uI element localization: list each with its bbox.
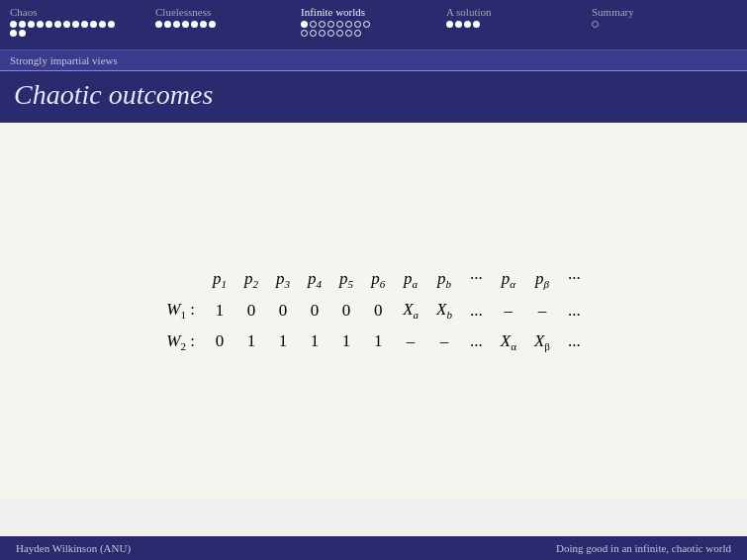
dot-outline bbox=[327, 21, 334, 28]
table-header-palpha: pα bbox=[497, 265, 520, 294]
table-cell-w2-alpha: Xα bbox=[497, 327, 520, 356]
nav-section-chaos[interactable]: Chaos bbox=[10, 6, 155, 37]
dot bbox=[473, 21, 480, 28]
dot bbox=[19, 30, 26, 37]
footer-left: Hayden Wilkinson (ANU) bbox=[16, 542, 131, 554]
chaos-dots bbox=[10, 21, 119, 37]
table-row-w1-label: W1 : bbox=[162, 296, 199, 325]
dot-outline bbox=[327, 30, 334, 37]
nav-section-a-solution[interactable]: A solution bbox=[446, 6, 592, 28]
table-cell-w2-p4: 1 bbox=[304, 327, 326, 356]
title-bar: Chaotic outcomes bbox=[0, 70, 747, 123]
table-header-p3: p3 bbox=[272, 265, 294, 294]
table-cell-w1-alpha: – bbox=[497, 296, 520, 325]
slide-title: Chaotic outcomes bbox=[14, 79, 213, 110]
dot bbox=[72, 21, 79, 28]
infinite-worlds-dots bbox=[301, 21, 370, 37]
dot bbox=[10, 21, 17, 28]
dot bbox=[209, 21, 216, 28]
dot-outline bbox=[310, 30, 317, 37]
top-navigation: Chaos Cluelessness bbox=[0, 0, 747, 49]
table-header-p6: p6 bbox=[367, 265, 389, 294]
dot bbox=[108, 21, 115, 28]
table-cell-w2-pa: – bbox=[399, 327, 422, 356]
dot bbox=[155, 21, 162, 28]
table-cell-w2-cdots2: ... bbox=[564, 327, 585, 356]
dot-outline bbox=[301, 30, 308, 37]
dot-outline bbox=[345, 21, 352, 28]
table-header-p5: p5 bbox=[335, 265, 357, 294]
dot-outline bbox=[336, 30, 343, 37]
footer: Hayden Wilkinson (ANU) Doing good in an … bbox=[0, 536, 747, 560]
dot-outline bbox=[363, 21, 370, 28]
dot bbox=[200, 21, 207, 28]
table-header-p4: p4 bbox=[304, 265, 326, 294]
nav-summary-label: Summary bbox=[592, 6, 737, 18]
dot bbox=[99, 21, 106, 28]
dot bbox=[464, 21, 471, 28]
table-cell-w1-beta: – bbox=[530, 296, 554, 325]
table-header-empty bbox=[162, 265, 199, 294]
nav-a-solution-label: A solution bbox=[446, 6, 592, 18]
dot bbox=[455, 21, 462, 28]
dot bbox=[164, 21, 171, 28]
dot-outline bbox=[354, 21, 361, 28]
table-cell-w2-beta: Xβ bbox=[530, 327, 554, 356]
subtitle-text: Strongly impartial views bbox=[10, 54, 118, 66]
nav-section-summary[interactable]: Summary bbox=[592, 6, 737, 28]
dot-outline bbox=[310, 21, 317, 28]
table-cell-w2-p5: 1 bbox=[335, 327, 357, 356]
dot-outline bbox=[319, 21, 326, 28]
nav-chaos-label: Chaos bbox=[10, 6, 155, 18]
table-cell-w1-cdots2: ... bbox=[564, 296, 585, 325]
solution-dots bbox=[446, 21, 506, 28]
table-header-p1: p1 bbox=[209, 265, 231, 294]
dot bbox=[81, 21, 88, 28]
table-header-pbeta: pβ bbox=[530, 265, 554, 294]
nav-infinite-worlds-label: Infinite worlds bbox=[301, 6, 446, 18]
table-cell-w1-pb: Xb bbox=[432, 296, 456, 325]
dot bbox=[173, 21, 180, 28]
table-cell-w1-p5: 0 bbox=[335, 296, 357, 325]
table-header-p2: p2 bbox=[240, 265, 262, 294]
footer-right: Doing good in an infinite, chaotic world bbox=[556, 542, 731, 554]
table-row-w2-label: W2 : bbox=[162, 327, 199, 356]
dot-outline bbox=[345, 30, 352, 37]
dot bbox=[37, 21, 44, 28]
dot bbox=[54, 21, 61, 28]
table-header-pb: pb bbox=[432, 265, 456, 294]
cluelessness-dots bbox=[155, 21, 234, 28]
table-cell-w1-pa: Xa bbox=[399, 296, 422, 325]
dot bbox=[46, 21, 52, 28]
table-cell-w2-p2: 1 bbox=[240, 327, 262, 356]
dot bbox=[182, 21, 189, 28]
table-cell-w1-p1: 1 bbox=[209, 296, 231, 325]
dot-outline bbox=[319, 30, 326, 37]
nav-section-cluelessness[interactable]: Cluelessness bbox=[155, 6, 301, 28]
nav-section-infinite-worlds[interactable]: Infinite worlds bbox=[301, 6, 446, 37]
table-cell-w1-p3: 0 bbox=[272, 296, 294, 325]
main-content: p1 p2 p3 p4 p5 p6 pa pb ··· pα pβ ··· W1… bbox=[0, 123, 747, 499]
dot bbox=[10, 30, 17, 37]
dot bbox=[19, 21, 26, 28]
dot-active bbox=[301, 21, 308, 28]
dot bbox=[28, 21, 35, 28]
table-cell-w2-p6: 1 bbox=[367, 327, 389, 356]
summary-dots bbox=[592, 21, 621, 28]
table-cell-w1-p6: 0 bbox=[367, 296, 389, 325]
dot bbox=[446, 21, 453, 28]
nav-cluelessness-label: Cluelessness bbox=[155, 6, 301, 18]
table-cell-w2-p3: 1 bbox=[272, 327, 294, 356]
dot bbox=[90, 21, 97, 28]
table-cell-w2-pb: – bbox=[432, 327, 456, 356]
dot bbox=[191, 21, 198, 28]
table-cell-w2-p1: 0 bbox=[209, 327, 231, 356]
dot-outline bbox=[336, 21, 343, 28]
table-header-pa: pa bbox=[399, 265, 422, 294]
table-cell-w1-p4: 0 bbox=[304, 296, 326, 325]
math-table: p1 p2 p3 p4 p5 p6 pa pb ··· pα pβ ··· W1… bbox=[152, 263, 594, 357]
dot-outline bbox=[592, 21, 599, 28]
subtitle-bar: Strongly impartial views bbox=[0, 49, 747, 70]
dot-outline bbox=[354, 30, 361, 37]
table-cell-w1-p2: 0 bbox=[240, 296, 262, 325]
